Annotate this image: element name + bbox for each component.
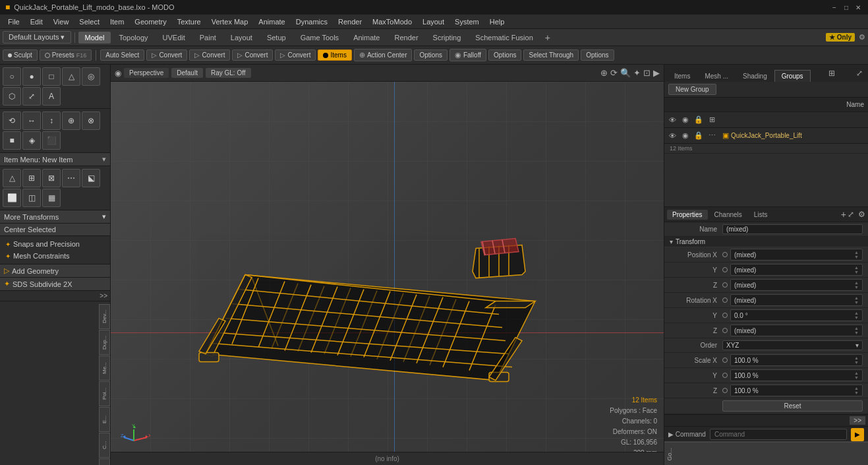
vp-ray-gl[interactable]: Ray GL: Off <box>206 68 251 78</box>
vp-icon-1[interactable]: ⊕ <box>600 68 608 78</box>
tab-properties[interactable]: Properties <box>667 210 708 220</box>
g-icon-eye[interactable]: 👁 <box>667 115 678 125</box>
tab-paint[interactable]: Paint <box>193 32 223 44</box>
select-through-button[interactable]: Select Through <box>523 49 579 61</box>
g-icon-expand[interactable]: ⊞ <box>707 115 717 125</box>
order-dropdown[interactable]: XYZ ▾ <box>722 340 863 350</box>
item-menu-row[interactable]: Item Menu: New Item ▾ <box>0 153 110 166</box>
tab-items[interactable]: Items <box>667 70 697 82</box>
sds-subdivide-row[interactable]: ✦ SDS Subdivide 2X <box>0 278 110 291</box>
sculpt-button[interactable]: Sculpt <box>3 49 38 61</box>
action-center-button[interactable]: ⊕ Action Center <box>354 49 413 61</box>
tab-schematic[interactable]: Schematic Fusion <box>469 32 539 44</box>
items-button[interactable]: Items <box>318 49 351 61</box>
scale-x-arrows[interactable]: ▲▼ <box>854 356 859 365</box>
side-tab-dev[interactable]: Dev... <box>99 304 110 329</box>
more-transforms-row[interactable]: More Transforms ▾ <box>0 210 110 224</box>
right-expand-icon[interactable]: ⊞ <box>826 67 838 79</box>
tab-animate[interactable]: Animate <box>347 32 386 44</box>
side-tab-e[interactable]: E... <box>99 407 110 432</box>
vp-icon-5[interactable]: ⊡ <box>643 68 651 78</box>
right-fullscreen-icon[interactable]: ⤢ <box>854 67 865 79</box>
pos-y-arrows[interactable]: ▲▼ <box>854 265 859 274</box>
layout-dropdown[interactable]: Default Layouts ▾ <box>3 31 71 44</box>
scale-y-arrows[interactable]: ▲▼ <box>854 371 859 380</box>
tab-render[interactable]: Render <box>388 32 424 44</box>
tool-remove[interactable]: ⊗ <box>82 111 100 130</box>
position-y-val[interactable]: (mixed) ▲▼ <box>730 264 863 276</box>
options-button-3[interactable]: Options <box>581 49 614 61</box>
vp-icon-2[interactable]: ⟳ <box>610 68 618 78</box>
tool-grid-x[interactable]: ⊠ <box>42 169 61 187</box>
tool-grid4[interactable]: ⊞ <box>22 169 41 187</box>
expand-button[interactable]: >> <box>100 292 107 299</box>
tool-circle[interactable]: ◎ <box>82 67 100 86</box>
tool-dots[interactable]: ⋯ <box>62 169 80 187</box>
g-icon-eye2[interactable]: 👁 <box>667 131 678 141</box>
tab-game-tools[interactable]: Game Tools <box>294 32 346 44</box>
side-tab-dup[interactable]: Dup... <box>99 330 110 355</box>
convert-button-3[interactable]: ▷ Convert <box>232 49 273 61</box>
tab-mesh[interactable]: Mesh ... <box>697 70 736 82</box>
position-z-val[interactable]: (mixed) ▲▼ <box>730 279 863 291</box>
tool-text[interactable]: A <box>42 87 61 106</box>
tab-channels[interactable]: Channels <box>709 210 747 220</box>
close-button[interactable]: ✕ <box>854 3 863 12</box>
command-input[interactable] <box>710 429 847 440</box>
falloff-button[interactable]: ◉ Falloff <box>449 49 486 61</box>
transform-section[interactable]: ▾ Transform <box>664 237 868 247</box>
tool-split-rect[interactable]: ◫ <box>22 189 41 207</box>
tool-v-flip[interactable]: ↕ <box>42 111 61 130</box>
props-settings-icon[interactable]: ⚙ <box>858 210 865 219</box>
convert-button-4[interactable]: ▷ Convert <box>275 49 316 61</box>
add-tab-button[interactable]: + <box>541 32 554 43</box>
pos-x-arrows[interactable]: ▲▼ <box>854 250 859 259</box>
menu-vertex-map[interactable]: Vertex Map <box>206 16 254 27</box>
side-tab-uv[interactable]: UV <box>99 458 110 465</box>
tool-h-flip[interactable]: ↔ <box>22 111 41 130</box>
menu-render[interactable]: Render <box>333 16 367 27</box>
position-x-val[interactable]: (mixed) ▲▼ <box>730 249 863 261</box>
minimize-button[interactable]: − <box>830 3 839 12</box>
g-icon-render2[interactable]: ◉ <box>680 131 691 141</box>
props-scroll-down[interactable]: >> <box>850 416 865 425</box>
g-icon-lock[interactable]: 🔒 <box>693 115 704 125</box>
viewport[interactable]: ◉ Perspective Default Ray GL: Off ⊕ ⟳ 🔍 … <box>111 65 664 465</box>
vp-nav-icon[interactable]: ◉ <box>115 69 121 78</box>
tool-cone[interactable]: △ <box>62 67 80 86</box>
side-tab-me[interactable]: Me... <box>99 356 110 381</box>
mesh-constraints[interactable]: ✦ Mesh Constraints <box>3 251 107 261</box>
menu-texture[interactable]: Texture <box>172 16 206 27</box>
props-plus-button[interactable]: + <box>841 209 846 220</box>
menu-animate[interactable]: Animate <box>253 16 290 27</box>
vp-icon-4[interactable]: ✦ <box>633 68 641 78</box>
menu-system[interactable]: System <box>449 16 484 27</box>
side-tab-c[interactable]: C... <box>99 433 110 458</box>
name-prop-value[interactable]: (mixed) <box>722 224 863 234</box>
vp-default[interactable]: Default <box>171 68 203 78</box>
tool-empty-rect[interactable]: ⬜ <box>3 189 21 207</box>
g-icon-render[interactable]: ◉ <box>680 115 691 125</box>
tab-groups[interactable]: Groups <box>774 70 811 82</box>
right-vtab-go[interactable]: Go... <box>664 442 868 465</box>
options-button-2[interactable]: Options <box>488 49 521 61</box>
g-icon-lock2[interactable]: 🔒 <box>693 131 704 141</box>
tool-sphere[interactable]: ○ <box>3 67 21 86</box>
menu-item[interactable]: Item <box>105 16 129 27</box>
menu-maxtomodo[interactable]: MaxToModo <box>367 16 417 27</box>
presets-button[interactable]: Presets F16 <box>40 49 92 61</box>
vp-perspective[interactable]: Perspective <box>124 68 169 78</box>
tool-square[interactable]: ⬛ <box>42 131 61 150</box>
tab-scripting[interactable]: Scripting <box>426 32 468 44</box>
tab-layout[interactable]: Layout <box>224 32 259 44</box>
menu-file[interactable]: File <box>3 16 25 27</box>
menu-view[interactable]: View <box>48 16 74 27</box>
vp-icon-6[interactable]: ▶ <box>653 68 660 78</box>
rotation-z-val[interactable]: (mixed) ▲▼ <box>730 325 863 336</box>
tab-shading[interactable]: Shading <box>736 70 774 82</box>
menu-edit[interactable]: Edit <box>25 16 48 27</box>
tab-model[interactable]: Model <box>78 32 111 44</box>
vp-icon-3[interactable]: 🔍 <box>620 68 631 78</box>
scale-z-arrows[interactable]: ▲▼ <box>854 386 859 395</box>
g-icon-dots[interactable]: ⋯ <box>707 131 717 141</box>
